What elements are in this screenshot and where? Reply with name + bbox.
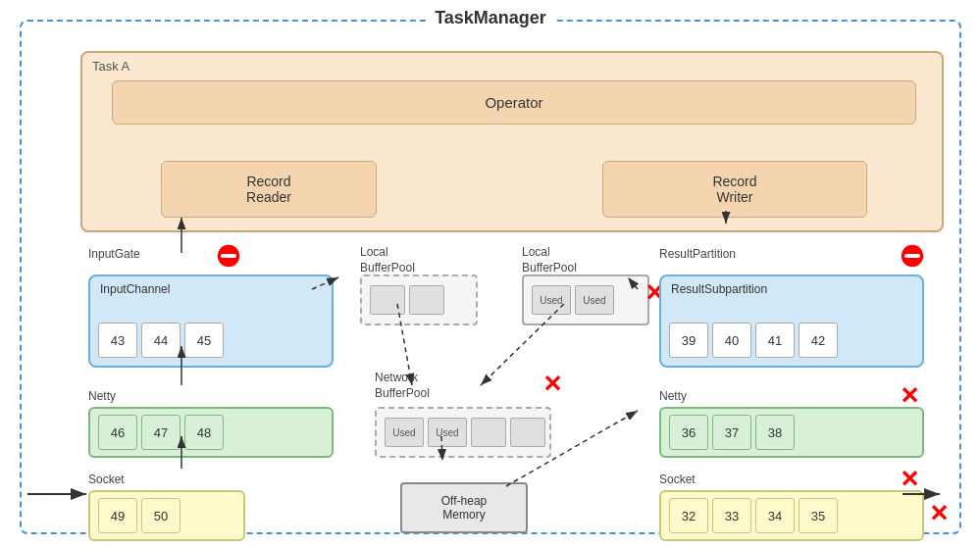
no-entry-resultpartition: [900, 243, 925, 269]
red-x-network-bufferpool: ✕: [542, 373, 562, 396]
cell-38: 38: [755, 415, 795, 450]
resultsubpartition-label: ResultSubpartition: [671, 282, 767, 296]
socket-left-label: Socket: [88, 473, 125, 486]
cell-41: 41: [755, 323, 795, 358]
resultsubpartition-cells: 39 40 41 42: [669, 323, 838, 358]
cell-43: 43: [98, 323, 137, 358]
cell-used-net-1: Used: [385, 418, 424, 447]
resultpartition-label: ResultPartition: [659, 247, 736, 261]
inputchannel-cells: 43 44 45: [98, 323, 224, 358]
operator-box: Operator: [112, 80, 916, 125]
offheap-label: Off-heapMemory: [441, 494, 487, 522]
cell-48: 48: [184, 415, 224, 450]
operator-label: Operator: [485, 94, 542, 111]
taskmanager-box: TaskManager Task A Operator RecordReader…: [20, 20, 961, 534]
cell-40: 40: [712, 323, 751, 358]
cell-33: 33: [712, 498, 751, 533]
svg-rect-3: [904, 254, 920, 258]
record-writer-box: RecordWriter: [602, 161, 867, 218]
red-x-netty-right: ✕: [900, 384, 919, 408]
cell-32: 32: [669, 498, 708, 533]
cell-used-1: Used: [532, 285, 571, 315]
local-bufferpool-left-label: LocalBufferPool: [360, 245, 415, 275]
cell-used-net-2: Used: [428, 418, 467, 447]
cell-45: 45: [184, 323, 224, 358]
cell-34: 34: [755, 498, 795, 533]
taskmanager-title: TaskManager: [427, 8, 554, 28]
local-bufferpool-right-label: LocalBufferPool: [522, 245, 577, 275]
cell-gray-2: [409, 285, 444, 315]
netty-right-label: Netty: [659, 389, 687, 403]
cell-gray-1: [370, 285, 405, 315]
cell-42: 42: [799, 323, 838, 358]
red-x-output: ✕: [929, 502, 949, 525]
cell-37: 37: [712, 415, 751, 450]
local-bufferpool-left-box: [360, 274, 478, 325]
cell-46: 46: [98, 415, 137, 450]
cell-gray-net-1: [471, 418, 506, 447]
socket-left-box: 49 50: [88, 490, 245, 541]
cell-35: 35: [799, 498, 838, 533]
no-entry-inputgate: [216, 243, 241, 269]
inputchannel-label: InputChannel: [100, 282, 170, 296]
resultsubpartition-box: ResultSubpartition 39 40 41 42: [659, 274, 924, 368]
record-reader-box: RecordReader: [161, 161, 377, 218]
offheap-box: Off-heapMemory: [400, 482, 528, 533]
record-reader-label: RecordReader: [246, 174, 291, 205]
netty-left-label: Netty: [88, 389, 116, 403]
cell-44: 44: [141, 323, 181, 358]
local-bufferpool-right-box: Used Used: [522, 274, 649, 325]
svg-rect-1: [221, 254, 236, 258]
socket-right-box: 32 33 34 35: [659, 490, 924, 541]
cell-39: 39: [669, 323, 708, 358]
netty-left-box: 46 47 48: [88, 407, 334, 458]
network-bufferpool-label: NetworkBufferPool: [375, 371, 430, 401]
cell-36: 36: [669, 415, 708, 450]
diagram-container: TaskManager Task A Operator RecordReader…: [0, 0, 980, 548]
task-a-label: Task A: [92, 59, 129, 74]
inputgate-label: InputGate: [88, 247, 140, 261]
network-bufferpool-box: Used Used: [375, 407, 551, 458]
cell-49: 49: [98, 498, 137, 533]
socket-right-label: Socket: [659, 473, 696, 486]
cell-47: 47: [141, 415, 181, 450]
inputchannel-box: InputChannel 43 44 45: [88, 274, 334, 368]
cell-50: 50: [141, 498, 181, 533]
netty-right-box: 36 37 38: [659, 407, 924, 458]
cell-used-2: Used: [575, 285, 614, 315]
record-writer-label: RecordWriter: [712, 174, 756, 205]
red-x-socket-right: ✕: [900, 468, 919, 491]
task-a-box: Task A Operator RecordReader RecordWrite…: [80, 51, 944, 232]
cell-gray-net-2: [510, 418, 545, 447]
